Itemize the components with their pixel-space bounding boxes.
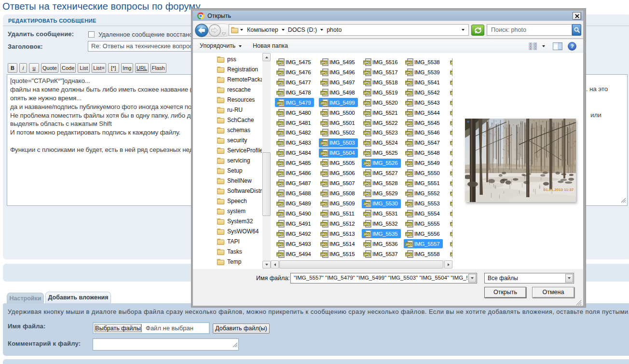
- svg-text:JPG: JPG: [321, 192, 327, 195]
- svg-text:JPG: JPG: [406, 131, 412, 135]
- svg-text:JPG: JPG: [406, 162, 412, 165]
- svg-text:JPG: JPG: [406, 111, 412, 114]
- svg-text:JPG: JPG: [364, 182, 370, 185]
- svg-text:JPG: JPG: [277, 60, 283, 64]
- svg-text:JPG: JPG: [321, 222, 327, 226]
- svg-text:JPG: JPG: [277, 182, 283, 185]
- svg-text:JPG: JPG: [406, 151, 412, 155]
- svg-text:JPG: JPG: [451, 101, 452, 104]
- svg-text:JPG: JPG: [277, 222, 283, 226]
- svg-text:JPG: JPG: [406, 91, 412, 94]
- svg-text:JPG: JPG: [364, 222, 370, 226]
- svg-text:JPG: JPG: [406, 242, 412, 245]
- svg-text:JPG: JPG: [451, 172, 452, 175]
- svg-text:JPG: JPG: [277, 192, 283, 195]
- svg-text:JPG: JPG: [451, 222, 452, 226]
- svg-text:JPG: JPG: [364, 232, 370, 235]
- svg-text:JPG: JPG: [277, 172, 283, 175]
- svg-text:JPG: JPG: [406, 252, 412, 256]
- svg-text:JPG: JPG: [451, 242, 452, 245]
- svg-text:?: ?: [571, 43, 574, 49]
- svg-text:JPG: JPG: [406, 81, 412, 84]
- svg-text:JPG: JPG: [406, 141, 412, 145]
- svg-text:JPG: JPG: [406, 121, 412, 124]
- svg-text:JPG: JPG: [364, 91, 370, 94]
- svg-text:JPG: JPG: [364, 121, 370, 124]
- svg-text:JPG: JPG: [451, 162, 452, 165]
- svg-text:JPG: JPG: [451, 91, 452, 94]
- svg-text:JPG: JPG: [277, 202, 283, 205]
- svg-text:JPG: JPG: [451, 232, 452, 235]
- svg-text:JPG: JPG: [364, 202, 370, 205]
- svg-text:JPG: JPG: [364, 81, 370, 84]
- svg-text:JPG: JPG: [364, 151, 370, 155]
- svg-text:JPG: JPG: [277, 162, 283, 165]
- svg-text:JPG: JPG: [406, 222, 412, 226]
- svg-text:JPG: JPG: [451, 212, 452, 216]
- svg-text:JPG: JPG: [364, 172, 370, 175]
- svg-text:JPG: JPG: [406, 192, 412, 195]
- svg-text:JPG: JPG: [277, 242, 283, 245]
- svg-text:JPG: JPG: [321, 111, 327, 114]
- svg-text:JPG: JPG: [277, 252, 283, 256]
- svg-text:JPG: JPG: [364, 131, 370, 135]
- svg-text:JPG: JPG: [364, 141, 370, 145]
- svg-text:JPG: JPG: [406, 182, 412, 185]
- svg-text:JPG: JPG: [406, 202, 412, 205]
- svg-text:JPG: JPG: [321, 151, 327, 155]
- svg-text:JPG: JPG: [321, 101, 327, 104]
- svg-text:JPG: JPG: [451, 121, 452, 124]
- svg-text:JPG: JPG: [321, 252, 327, 256]
- svg-text:JPG: JPG: [451, 202, 452, 205]
- svg-text:JPG: JPG: [406, 70, 412, 74]
- svg-text:JPG: JPG: [321, 182, 327, 185]
- svg-text:JPG: JPG: [321, 212, 327, 216]
- svg-text:JPG: JPG: [451, 70, 452, 74]
- svg-text:JPG: JPG: [451, 111, 452, 114]
- svg-text:JPG: JPG: [321, 81, 327, 84]
- svg-text:JPG: JPG: [321, 141, 327, 145]
- svg-text:JPG: JPG: [451, 141, 452, 145]
- svg-text:JPG: JPG: [451, 151, 452, 155]
- svg-text:JPG: JPG: [406, 101, 412, 104]
- svg-text:JPG: JPG: [364, 252, 370, 256]
- svg-text:01.01.2013 11:37: 01.01.2013 11:37: [544, 188, 574, 192]
- svg-text:JPG: JPG: [277, 121, 283, 124]
- svg-text:JPG: JPG: [321, 70, 327, 74]
- svg-text:JPG: JPG: [321, 162, 327, 165]
- svg-text:JPG: JPG: [364, 111, 370, 114]
- svg-text:JPG: JPG: [321, 91, 327, 94]
- svg-text:JPG: JPG: [277, 212, 283, 216]
- svg-text:JPG: JPG: [277, 111, 283, 114]
- svg-text:JPG: JPG: [406, 60, 412, 64]
- svg-text:JPG: JPG: [364, 162, 370, 165]
- svg-text:JPG: JPG: [277, 70, 283, 74]
- svg-text:JPG: JPG: [451, 131, 452, 135]
- svg-text:JPG: JPG: [406, 212, 412, 216]
- svg-text:JPG: JPG: [321, 232, 327, 235]
- svg-text:JPG: JPG: [277, 232, 283, 235]
- svg-text:JPG: JPG: [406, 172, 412, 175]
- svg-text:JPG: JPG: [277, 151, 283, 155]
- svg-text:JPG: JPG: [277, 91, 283, 94]
- svg-text:JPG: JPG: [364, 192, 370, 195]
- svg-text:JPG: JPG: [364, 70, 370, 74]
- svg-text:JPG: JPG: [321, 172, 327, 175]
- svg-text:JPG: JPG: [321, 131, 327, 135]
- svg-text:JPG: JPG: [321, 121, 327, 124]
- svg-text:JPG: JPG: [451, 182, 452, 185]
- svg-text:JPG: JPG: [321, 202, 327, 205]
- svg-text:JPG: JPG: [364, 242, 370, 245]
- svg-text:JPG: JPG: [364, 101, 370, 104]
- svg-text:JPG: JPG: [406, 232, 412, 235]
- svg-text:JPG: JPG: [451, 81, 452, 84]
- svg-text:JPG: JPG: [364, 60, 370, 64]
- svg-text:JPG: JPG: [364, 212, 370, 216]
- svg-text:JPG: JPG: [321, 242, 327, 245]
- svg-text:JPG: JPG: [451, 192, 452, 195]
- svg-text:JPG: JPG: [277, 101, 283, 104]
- svg-text:JPG: JPG: [277, 141, 283, 145]
- svg-text:JPG: JPG: [277, 81, 283, 84]
- svg-text:JPG: JPG: [277, 131, 283, 135]
- svg-text:JPG: JPG: [451, 60, 452, 64]
